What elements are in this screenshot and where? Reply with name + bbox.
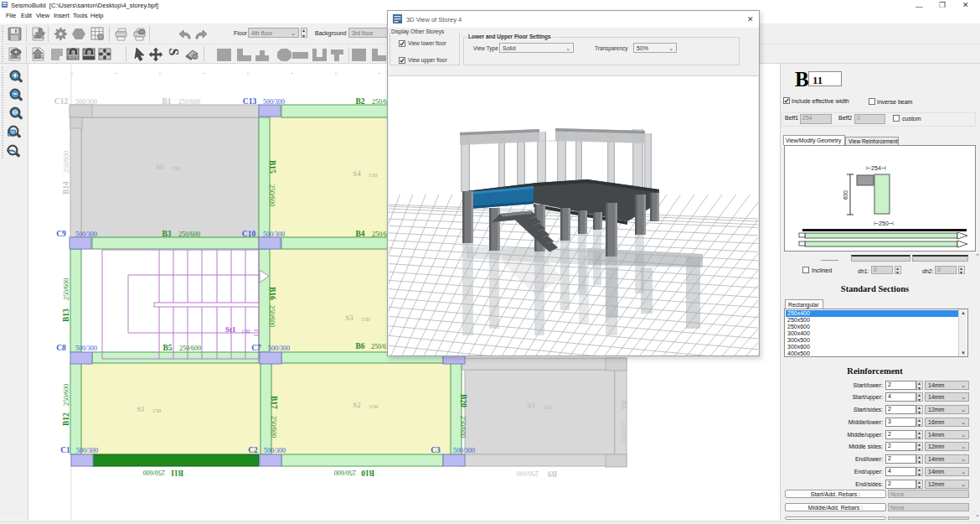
svg-text:B4: B4 — [355, 230, 364, 238]
svg-text:B16: B16 — [268, 287, 276, 300]
svg-text:C10: C10 — [242, 230, 256, 238]
svg-text:250/600: 250/600 — [334, 469, 356, 476]
svg-text:B2: B2 — [355, 97, 364, 106]
svg-text:B15: B15 — [268, 160, 276, 174]
svg-text:⊢254⊣: ⊢254⊣ — [866, 165, 886, 171]
svg-text:500/300: 500/300 — [264, 447, 286, 454]
svg-text:C8: C8 — [56, 344, 66, 352]
svg-text:250/600: 250/600 — [268, 305, 276, 327]
svg-text:500/300: 500/300 — [268, 345, 290, 352]
svg-text:500/300: 500/300 — [453, 447, 475, 454]
svg-text:250/6: 250/6 — [372, 231, 387, 238]
svg-text:600: 600 — [843, 190, 848, 200]
svg-text:150: 150 — [369, 172, 378, 179]
svg-text:B9: B9 — [548, 470, 557, 478]
svg-text:B3: B3 — [162, 230, 171, 238]
svg-text:S2: S2 — [353, 401, 361, 409]
svg-text:250/600: 250/600 — [63, 151, 70, 173]
svg-text:B8: B8 — [620, 400, 628, 409]
svg-text:B6: B6 — [355, 342, 364, 350]
svg-text:500/300: 500/300 — [75, 231, 97, 238]
svg-text:150: 150 — [241, 328, 250, 335]
svg-text:C1: C1 — [60, 446, 70, 454]
svg-text:500/300: 500/300 — [75, 98, 97, 106]
svg-text:250/600: 250/600 — [178, 231, 200, 238]
svg-text:B1: B1 — [162, 97, 171, 106]
svg-text:250/600: 250/600 — [63, 384, 70, 406]
svg-text:B13: B13 — [62, 309, 70, 322]
svg-text:500/300: 500/300 — [263, 231, 285, 238]
svg-text:B11: B11 — [170, 469, 183, 477]
svg-text:150: 150 — [172, 165, 181, 172]
svg-text:C13: C13 — [243, 97, 257, 106]
svg-text:C3: C3 — [431, 446, 441, 454]
svg-text:S6: S6 — [156, 163, 164, 171]
svg-text:B20: B20 — [459, 394, 467, 407]
svg-text:B14: B14 — [62, 181, 70, 195]
svg-text:S1: S1 — [137, 405, 145, 413]
svg-text:150: 150 — [369, 403, 379, 410]
svg-text:B5: B5 — [162, 344, 172, 352]
svg-text:C2: C2 — [248, 446, 258, 454]
svg-text:250/600: 250/600 — [179, 345, 201, 352]
svg-text:⊢250⊣: ⊢250⊣ — [874, 220, 894, 226]
svg-text:500/300: 500/300 — [75, 345, 97, 352]
svg-text:S3: S3 — [527, 402, 535, 410]
svg-text:250/6: 250/6 — [371, 343, 386, 350]
svg-text:250/600: 250/600 — [178, 98, 200, 106]
svg-text:C7: C7 — [251, 344, 261, 352]
svg-text:250/600: 250/600 — [459, 416, 467, 438]
svg-text:250/600: 250/600 — [143, 469, 165, 476]
svg-text:St1: St1 — [225, 325, 236, 334]
svg-text:500/300: 500/300 — [263, 98, 285, 106]
svg-text:250/600: 250/600 — [620, 421, 627, 443]
svg-text:S4: S4 — [353, 169, 361, 178]
svg-text:250/600: 250/600 — [268, 184, 276, 206]
svg-text:150: 150 — [543, 404, 552, 411]
svg-text:250/600: 250/600 — [517, 470, 539, 477]
svg-text:S3: S3 — [345, 314, 353, 322]
svg-text:250/600: 250/600 — [270, 416, 277, 438]
svg-text:250/6: 250/6 — [372, 98, 387, 106]
svg-text:150: 150 — [152, 407, 162, 414]
svg-text:C9: C9 — [56, 230, 66, 238]
svg-text:250/600: 250/600 — [63, 278, 70, 300]
svg-text:B17: B17 — [270, 396, 278, 409]
svg-text:150: 150 — [361, 316, 370, 323]
svg-text:500/300: 500/300 — [76, 447, 98, 454]
svg-text:C12: C12 — [54, 97, 69, 106]
svg-text:B12: B12 — [62, 412, 70, 426]
svg-text:B10: B10 — [361, 469, 374, 477]
